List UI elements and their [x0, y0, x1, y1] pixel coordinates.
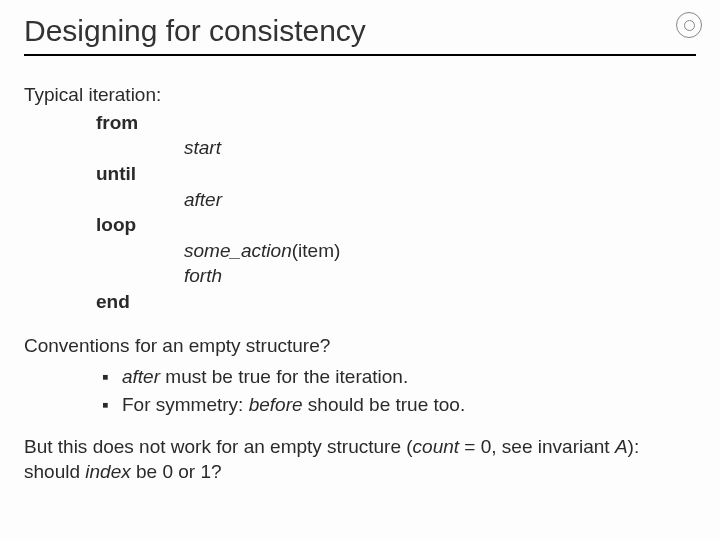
iter-forth: forth [184, 263, 696, 289]
iter-some-action: some_action [184, 240, 292, 261]
logo-icon [676, 12, 702, 38]
slide: Designing for consistency Typical iterat… [0, 0, 720, 540]
kw-end: end [96, 289, 184, 315]
kw-until: until [96, 161, 184, 187]
para-a: A [615, 436, 628, 457]
closing-paragraph: But this does not work for an empty stru… [24, 434, 696, 485]
iter-loop-row: loop [96, 212, 696, 238]
para-count: count [413, 436, 459, 457]
iter-after: after [184, 187, 696, 213]
para-end: be 0 or 1? [131, 461, 222, 482]
iter-end-row: end [96, 289, 696, 315]
iter-start: start [184, 135, 696, 161]
iter-item-paren: (item) [292, 240, 341, 261]
b2-rest: should be true too. [303, 394, 466, 415]
bullet-mark-icon: ▪ [102, 364, 122, 390]
iter-from-row: from [96, 110, 696, 136]
bullet-text: For symmetry: before should be true too. [122, 392, 465, 418]
para-pre: But this does not work for an empty stru… [24, 436, 413, 457]
iter-some-action-row: some_action(item) [184, 238, 696, 264]
bullet-mark-icon: ▪ [102, 392, 122, 418]
slide-body: Typical iteration: from start until afte… [24, 82, 696, 485]
kw-loop: loop [96, 212, 184, 238]
para-mid1: = 0, see invariant [459, 436, 615, 457]
slide-title: Designing for consistency [24, 14, 696, 56]
iteration-block: from start until after loop some_action(… [96, 110, 696, 315]
b2-pre: For symmetry: [122, 394, 249, 415]
bullet-item: ▪ after must be true for the iteration. [102, 364, 696, 390]
b1-after: after [122, 366, 160, 387]
conventions-text: Conventions for an empty structure? [24, 333, 696, 359]
lead-text: Typical iteration: [24, 82, 696, 108]
logo-inner-icon [684, 20, 695, 31]
para-index: index [85, 461, 130, 482]
bullet-text: after must be true for the iteration. [122, 364, 408, 390]
bullet-list: ▪ after must be true for the iteration. … [102, 364, 696, 417]
bullet-item: ▪ For symmetry: before should be true to… [102, 392, 696, 418]
b2-before: before [249, 394, 303, 415]
b1-rest: must be true for the iteration. [160, 366, 408, 387]
kw-from: from [96, 110, 184, 136]
iter-until-row: until [96, 161, 696, 187]
